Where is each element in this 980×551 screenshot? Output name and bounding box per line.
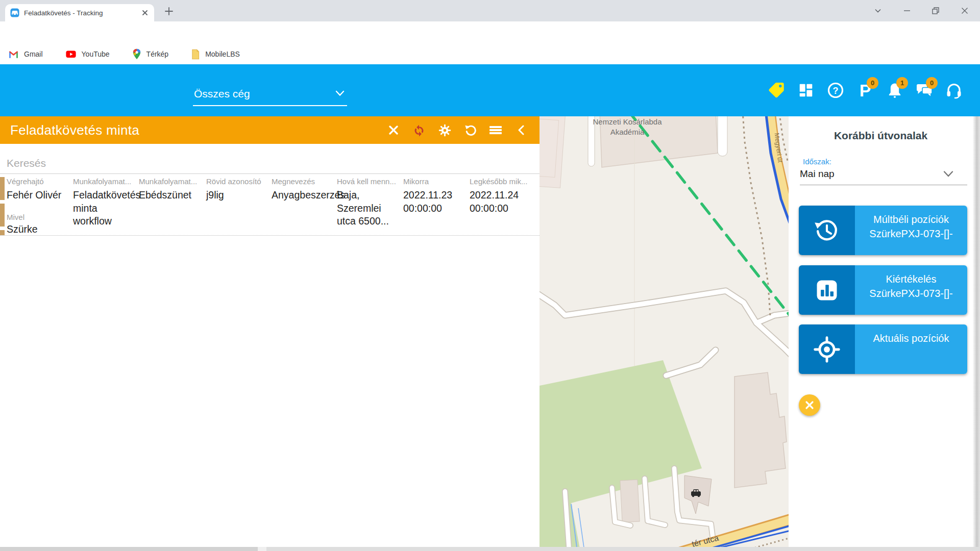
horizontal-scrollbar[interactable] [0, 547, 980, 551]
new-tab-button[interactable] [162, 5, 176, 18]
task-row[interactable]: VégrehajtóFehér Olivér Munkafolyamat...F… [0, 174, 540, 236]
parking-badge: 0 [867, 77, 878, 89]
header-icon-row: ? P 0 1 0 [767, 79, 964, 102]
support-button[interactable] [944, 79, 964, 102]
plus-icon [165, 7, 173, 15]
cell-when: Mikorra2022.11.23 00:00:00 [403, 177, 468, 215]
dashboard-button[interactable] [796, 79, 816, 102]
cell-workflow-step: Munkafolyamat...Ebédszünet [139, 177, 204, 202]
bookmark-label: Gmail [24, 50, 43, 58]
period-label: Időszak: [803, 157, 831, 166]
bar-chart-icon [799, 265, 855, 315]
tag-button[interactable] [767, 79, 786, 102]
vertical-scrollbar[interactable] [973, 116, 980, 547]
close-icon [804, 400, 815, 410]
refresh-sync-icon[interactable] [412, 123, 426, 137]
messages-button[interactable]: 0 [915, 79, 934, 102]
alerts-badge: 1 [896, 77, 908, 89]
map-place-label: Nemzeti Kosárlabda [593, 117, 662, 126]
maps-pin-icon [132, 48, 141, 60]
panel-title: Feladatkövetés minta [10, 122, 139, 138]
company-select[interactable]: Összes cég [193, 83, 347, 106]
button-line1: Múltbéli pozíciók [873, 214, 949, 225]
window-restore-button[interactable] [928, 3, 943, 18]
settings-gear-icon[interactable] [437, 123, 452, 137]
task-panel-header: Feladatkövetés minta [0, 116, 540, 144]
collapse-chevron-left-icon[interactable] [514, 123, 528, 137]
routes-sidebar: Korábbi útvonalak Időszak: Mai nap Múltb… [789, 116, 973, 551]
restore-rotate-icon[interactable] [463, 123, 477, 137]
current-positions-button[interactable]: Aktuális pozíciók [799, 324, 967, 374]
tab-search-chevron-icon[interactable] [870, 3, 886, 18]
period-underline [800, 185, 967, 185]
parking-button[interactable]: P 0 [855, 79, 875, 102]
locate-icon [799, 324, 855, 374]
yellow-doc-icon [191, 49, 200, 60]
youtube-icon [65, 48, 77, 60]
bookmark-gmail[interactable]: Gmail [8, 49, 43, 60]
button-line1: Aktuális pozíciók [873, 333, 949, 344]
chevron-down-icon [335, 90, 345, 97]
past-positions-button[interactable]: Múltbéli pozíciók SzürkePXJ-073-[]- [799, 206, 967, 255]
bookmarks-bar: Gmail YouTube Térkép MobileLB [0, 44, 980, 64]
help-button[interactable]: ? [826, 79, 845, 102]
tag-icon [767, 81, 786, 99]
sidebar-title: Korábbi útvonalak [789, 130, 973, 142]
browser-toolbar: teszt.holazauto.hu/fleet/secured/dataStr… [0, 21, 980, 44]
button-line1: Kiértékelés [886, 273, 937, 285]
scrollbar-thumb[interactable] [0, 547, 258, 551]
cell-executor: VégrehajtóFehér Olivér [7, 177, 71, 202]
bookmark-label: Térkép [146, 50, 169, 58]
bookmark-terkep[interactable]: Térkép [132, 48, 169, 60]
map-place-label-2: Akadémia [610, 128, 645, 136]
cell-short-id: Rövid azonosítój9lig [206, 177, 270, 202]
help-icon: ? [826, 81, 845, 99]
screen: Feladatkövetés - Tracking [0, 0, 980, 551]
cell-vehicle: MivelSzürke [7, 213, 109, 235]
gmail-icon [8, 49, 19, 60]
scrollbar-thumb[interactable] [266, 547, 980, 551]
bookmark-mobilelbs[interactable]: MobileLBS [191, 49, 240, 60]
cell-latest: Legkésőbb mik...2022.11.24 00:00:00 [470, 177, 536, 215]
tab-close-icon[interactable] [141, 9, 149, 17]
row-accent-bar [0, 177, 5, 235]
panel-header-actions [386, 116, 528, 144]
close-icon[interactable] [386, 123, 401, 137]
bookmark-youtube[interactable]: YouTube [65, 48, 110, 60]
sidebar-close-button[interactable] [799, 394, 820, 416]
task-panel: Feladatkövetés minta [0, 116, 540, 547]
list-view-icon[interactable] [488, 123, 503, 137]
button-line2: SzürkePXJ-073-[]- [869, 288, 952, 299]
company-select-value: Összes cég [194, 88, 250, 100]
dashboard-icon [797, 82, 815, 99]
bookmark-label: YouTube [82, 50, 110, 58]
cell-destination: Hová kell menn...Baja, Szeremlei utca 65… [337, 177, 402, 228]
messages-badge: 0 [926, 77, 938, 89]
window-minimize-button[interactable] [899, 3, 915, 18]
window-close-button[interactable] [957, 3, 972, 18]
tab-title: Feladatkövetés - Tracking [24, 9, 136, 17]
browser-titlebar: Feladatkövetés - Tracking [0, 0, 980, 21]
app-header: Összes cég ? [0, 64, 980, 116]
headset-icon [945, 81, 963, 99]
bookmark-label: MobileLBS [205, 50, 240, 58]
svg-text:?: ? [833, 86, 839, 96]
search-input[interactable] [7, 153, 532, 173]
button-line2: SzürkePXJ-073-[]- [869, 228, 952, 239]
map-canvas[interactable]: Nemzeti Kosárlabda Akadémia Megyeri út t… [540, 116, 789, 551]
period-select[interactable]: Mai nap [800, 168, 835, 180]
evaluation-button[interactable]: Kiértékelés SzürkePXJ-073-[]- [799, 265, 967, 315]
browser-tab[interactable]: Feladatkövetés - Tracking [5, 4, 154, 21]
notifications-button[interactable]: 1 [885, 79, 904, 102]
chevron-down-icon[interactable] [943, 170, 954, 178]
cell-designation: MegnevezésAnyagbeszerzés [272, 177, 338, 202]
history-icon [799, 206, 855, 255]
tab-favicon-icon [10, 8, 19, 17]
